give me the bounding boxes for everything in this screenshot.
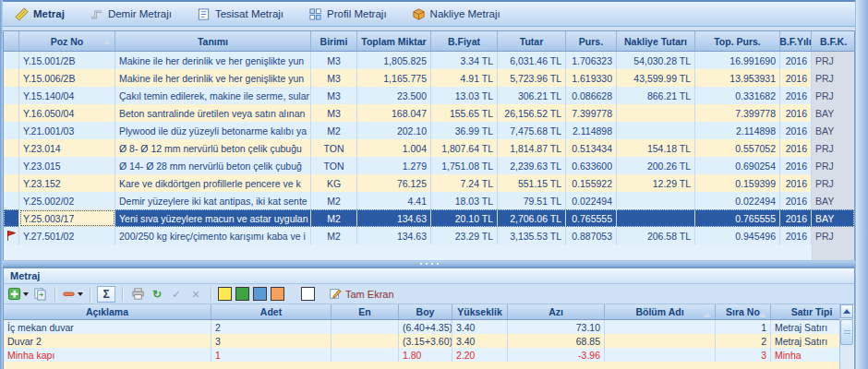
cell-yukseklik[interactable]: 3.40 bbox=[452, 334, 508, 348]
cell-bolum_adi[interactable] bbox=[605, 320, 716, 334]
cell-adet[interactable]: 1 bbox=[211, 348, 332, 362]
cell-bf_yili[interactable]: 2016 bbox=[780, 52, 812, 69]
cell-bfk[interactable]: BAY bbox=[812, 209, 855, 227]
cell-b_fiyat[interactable]: 20.10 TL bbox=[431, 209, 498, 227]
cell-top_purs[interactable]: 7.399778 bbox=[695, 104, 780, 122]
column-header-bolum_adi[interactable]: Bölüm Adı bbox=[605, 304, 716, 319]
column-header-bf_yili[interactable]: B.F.Yılı bbox=[780, 31, 812, 51]
cell-toplam_miktar[interactable]: 1,165.775 bbox=[357, 69, 431, 87]
cell-purs[interactable]: 2.114898 bbox=[566, 122, 617, 139]
cell-b_fiyat[interactable]: 1,751.08 TL bbox=[431, 157, 498, 174]
scrollbar-thumb[interactable] bbox=[840, 319, 853, 345]
cell-top_purs[interactable]: 0.945496 bbox=[695, 227, 780, 244]
column-header-tutar[interactable]: Tutar bbox=[498, 31, 566, 51]
cell-poz_no[interactable]: Y.27.501/02 bbox=[19, 227, 115, 244]
cell-tanimi[interactable]: Beton santralinde üretilen veya satın al… bbox=[115, 104, 311, 122]
tab-profil-metraj[interactable]: Profil Metrajı bbox=[308, 7, 387, 21]
cell-birimi[interactable]: M3 bbox=[311, 52, 357, 69]
cell-tutar[interactable]: 5,723.96 TL bbox=[498, 69, 566, 87]
cell-azi[interactable]: 68.85 bbox=[508, 334, 605, 348]
column-header-birimi[interactable]: Birimi bbox=[311, 31, 357, 51]
table-row[interactable]: İç mekan duvar2(6.40+4.35)3.4073.101Metr… bbox=[4, 320, 839, 334]
cell-birimi[interactable]: TON bbox=[311, 139, 357, 157]
color-swatch-white[interactable] bbox=[301, 287, 315, 301]
cell-b_fiyat[interactable]: 18.03 TL bbox=[431, 192, 498, 209]
cell-top_purs[interactable]: 16.991690 bbox=[695, 52, 780, 69]
column-header-aciklama[interactable]: Açıklama bbox=[4, 304, 211, 319]
cell-purs[interactable]: 1.619330 bbox=[566, 69, 617, 87]
cell-toplam_miktar[interactable]: 76.125 bbox=[357, 174, 431, 192]
cell-nakliye_tutari[interactable]: 43,599.99 TL bbox=[617, 69, 695, 87]
cell-nakliye_tutari[interactable]: 866.21 TL bbox=[617, 87, 695, 104]
cell-b_fiyat[interactable]: 4.91 TL bbox=[431, 69, 498, 87]
cell-tutar[interactable]: 551.15 TL bbox=[498, 174, 566, 192]
cell-bfk[interactable]: PRJ bbox=[812, 52, 855, 69]
cell-tutar[interactable]: 2,239.63 TL bbox=[498, 157, 566, 174]
table-row[interactable]: Y.23.015Ø 14- Ø 28 mm nervürlü beton çel… bbox=[4, 157, 854, 174]
row-indicator-cell[interactable] bbox=[4, 69, 19, 87]
table-row[interactable]: Y.25.003/17Yeni sıva yüzeylere macun ve … bbox=[4, 209, 854, 227]
table-row[interactable]: Y.15.140/04Çakıl temin edilerek, makine … bbox=[4, 87, 854, 104]
row-indicator-cell[interactable] bbox=[4, 157, 19, 174]
cell-bfk[interactable]: PRJ bbox=[812, 174, 855, 192]
column-header-yukseklik[interactable]: Yükseklik bbox=[452, 304, 508, 319]
cell-tanimi[interactable]: Ø 14- Ø 28 mm nervürlü beton çelik çubuğ bbox=[115, 157, 311, 174]
cell-purs[interactable]: 0.765555 bbox=[566, 209, 617, 227]
cell-purs[interactable]: 0.633600 bbox=[566, 157, 617, 174]
cell-nakliye_tutari[interactable]: 154.18 TL bbox=[617, 139, 695, 157]
cell-b_fiyat[interactable]: 1,807.64 TL bbox=[431, 139, 498, 157]
cell-en[interactable] bbox=[332, 334, 399, 348]
cell-sira_no[interactable]: 1 bbox=[716, 320, 771, 334]
cell-top_purs[interactable]: 0.557052 bbox=[695, 139, 780, 157]
table-row[interactable]: Minha kapı11.802.20-3.963Minha bbox=[4, 348, 839, 362]
cell-aciklama[interactable]: Minha kapı bbox=[4, 348, 211, 362]
cell-toplam_miktar[interactable]: 202.10 bbox=[357, 122, 431, 139]
cell-tanimi[interactable]: Demir yüzeylere iki kat antipas, iki kat… bbox=[115, 192, 311, 209]
cell-aciklama[interactable]: İç mekan duvar bbox=[4, 320, 211, 334]
table-row[interactable]: Duvar 23(3.15+3.60)3.4068.852Metraj Satı… bbox=[4, 334, 839, 348]
cell-b_fiyat[interactable]: 13.03 TL bbox=[431, 87, 498, 104]
row-indicator-cell[interactable] bbox=[4, 192, 19, 209]
cancel-button[interactable]: × bbox=[187, 286, 204, 303]
tab-metraj[interactable]: Metraj bbox=[15, 7, 65, 21]
cell-top_purs[interactable]: 0.765555 bbox=[695, 209, 780, 227]
table-row[interactable]: Y.21.001/03Plywood ile düz yüzeyli beton… bbox=[4, 122, 854, 139]
column-header-purs[interactable]: Purs. bbox=[566, 31, 617, 51]
cell-en[interactable] bbox=[332, 348, 399, 362]
cell-bfk[interactable]: BAY bbox=[812, 104, 855, 122]
column-header-nakliye_tutari[interactable]: Nakliye Tutarı bbox=[617, 31, 695, 51]
cell-poz_no[interactable]: Y.25.003/17 bbox=[19, 209, 115, 227]
cell-nakliye_tutari[interactable] bbox=[617, 192, 695, 209]
table-row[interactable]: Y.16.050/04Beton santralinde üretilen ve… bbox=[4, 104, 854, 122]
cell-poz_no[interactable]: Y.23.152 bbox=[19, 174, 115, 192]
cell-b_fiyat[interactable]: 7.24 TL bbox=[431, 174, 498, 192]
cell-birimi[interactable]: M2 bbox=[311, 192, 357, 209]
column-header-sira_no[interactable]: Sıra No bbox=[716, 304, 771, 319]
cell-birimi[interactable]: M3 bbox=[311, 87, 357, 104]
cell-toplam_miktar[interactable]: 134.63 bbox=[357, 227, 431, 244]
cell-top_purs[interactable]: 0.331682 bbox=[695, 87, 780, 104]
cell-nakliye_tutari[interactable]: 12.29 TL bbox=[617, 174, 695, 192]
sum-button[interactable]: Σ bbox=[97, 286, 115, 303]
add-row-button[interactable] bbox=[7, 286, 29, 303]
cell-nakliye_tutari[interactable] bbox=[617, 209, 695, 227]
cell-purs[interactable]: 0.086628 bbox=[566, 87, 617, 104]
tab-nakliye-metraj[interactable]: Nakliye Metrajı bbox=[412, 7, 500, 21]
cell-poz_no[interactable]: Y.25.002/02 bbox=[19, 192, 115, 209]
cell-tanimi[interactable]: Çakıl temin edilerek, makine ile serme, … bbox=[115, 87, 311, 104]
cell-purs[interactable]: 0.155922 bbox=[566, 174, 617, 192]
cell-birimi[interactable]: M2 bbox=[311, 227, 357, 244]
cell-tanimi[interactable]: Yeni sıva yüzeylere macun ve astar uygul… bbox=[115, 209, 311, 227]
cell-birimi[interactable]: M2 bbox=[311, 122, 357, 139]
cell-tutar[interactable]: 79.51 TL bbox=[498, 192, 566, 209]
cell-poz_no[interactable]: Y.15.140/04 bbox=[19, 87, 115, 104]
row-indicator-cell[interactable] bbox=[4, 87, 19, 104]
cell-bf_yili[interactable]: 2016 bbox=[780, 192, 812, 209]
cell-poz_no[interactable]: Y.21.001/03 bbox=[19, 122, 115, 139]
cell-yukseklik[interactable]: 2.20 bbox=[452, 348, 508, 362]
cell-bf_yili[interactable]: 2016 bbox=[780, 139, 812, 157]
cell-purs[interactable]: 0.887053 bbox=[566, 227, 617, 244]
cell-tutar[interactable]: 306.21 TL bbox=[498, 87, 566, 104]
row-indicator-cell[interactable] bbox=[4, 174, 19, 192]
cell-bf_yili[interactable]: 2016 bbox=[780, 122, 812, 139]
